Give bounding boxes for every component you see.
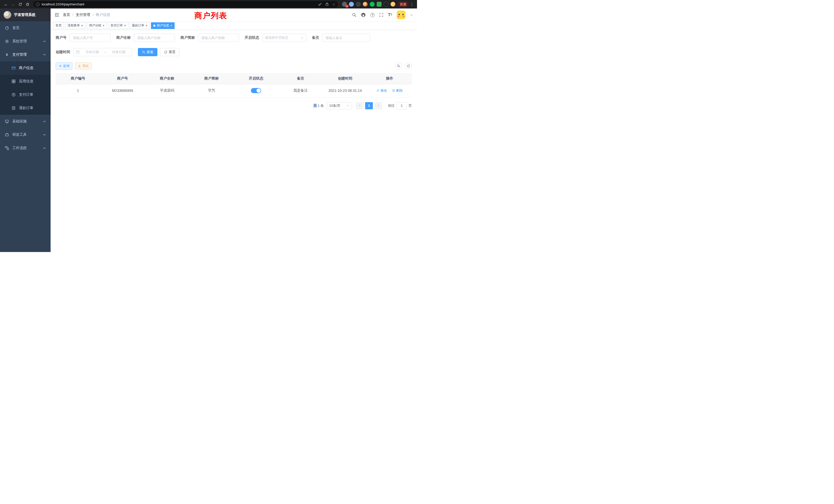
next-page-button[interactable] — [374, 102, 382, 109]
cell-actions: 修改 删除 — [368, 84, 412, 97]
app-shell: 芋道管理系统 首页 系统管理 ¥ 支付管理 — [0, 8, 417, 252]
address-bar[interactable]: i localhost:1024/pay/merchant ☆ — [34, 1, 338, 7]
toggle-search-button[interactable] — [395, 62, 402, 70]
chevron-down-icon — [43, 120, 46, 123]
workflow-icon — [5, 146, 9, 150]
breadcrumb-section[interactable]: 支付管理 — [76, 13, 90, 17]
sidebar-logo[interactable]: 芋道管理系统 — [0, 8, 50, 21]
cell-full-name: 芋道源码 — [145, 84, 189, 97]
sidebar-collapse-icon[interactable] — [55, 13, 59, 17]
extension-icon-green-square[interactable] — [377, 2, 381, 7]
short-name-input[interactable] — [198, 33, 239, 42]
export-button[interactable]: 导出 — [75, 62, 92, 70]
filter-full-name: 商户全称 — [116, 33, 175, 42]
sidebar-item-label: 支付管理 — [12, 52, 27, 57]
sidebar-item-label: 首页 — [12, 26, 20, 30]
full-name-input[interactable] — [134, 33, 175, 42]
close-icon[interactable]: × — [81, 24, 83, 27]
page-number-1[interactable]: 1 — [365, 102, 373, 109]
sidebar-item-label: 支付订单 — [19, 92, 34, 97]
browser-home-icon[interactable] — [24, 1, 31, 8]
browser-refresh-icon[interactable] — [17, 1, 24, 8]
close-icon[interactable]: × — [124, 24, 126, 27]
goto-label: 前往 — [388, 104, 395, 108]
fullscreen-icon[interactable] — [379, 13, 383, 17]
browser-menu-icon[interactable]: ⋮ — [409, 2, 414, 7]
user-menu-caret-icon[interactable] — [410, 14, 413, 17]
date-range-picker[interactable]: 开始日期 - 结束日期 — [73, 48, 132, 56]
breadcrumb-separator: / — [92, 13, 93, 17]
extension-icon-dark[interactable] — [356, 2, 361, 7]
github-icon[interactable] — [361, 13, 366, 17]
close-icon[interactable]: × — [146, 24, 148, 27]
extension-icon-wechat[interactable] — [370, 2, 375, 7]
refresh-table-button[interactable] — [405, 62, 412, 70]
breadcrumb-separator: / — [72, 13, 73, 17]
filter-label: 备注 — [312, 36, 319, 40]
sidebar-item-home[interactable]: 首页 — [0, 21, 50, 35]
sidebar-item-label: 工作流程 — [12, 146, 27, 151]
tab-home[interactable]: 首页 — [53, 22, 64, 29]
delete-link[interactable]: 删除 — [392, 88, 403, 93]
merchant-no-input[interactable] — [70, 33, 111, 42]
column-header: 商户全称 — [145, 73, 189, 84]
tab-merchant-info[interactable]: 商户信息 × — [151, 22, 175, 29]
sidebar-item-refund-order[interactable]: 退款订单 — [0, 101, 50, 115]
yen-icon: ¥ — [5, 53, 9, 57]
refund-doc-icon — [11, 106, 16, 110]
user-avatar[interactable] — [397, 10, 405, 19]
page-size-select[interactable]: 10条/页 — [327, 102, 352, 109]
sidebar-item-app-info[interactable]: 应用信息 — [0, 75, 50, 88]
tab-pay-order[interactable]: 支付订单 × — [108, 22, 128, 29]
sidebar-item-dev-tools[interactable]: 研发工具 — [0, 128, 50, 141]
share-icon[interactable] — [325, 2, 329, 6]
close-icon[interactable]: × — [103, 24, 105, 27]
trash-icon — [392, 89, 395, 92]
column-header: 商户号 — [100, 73, 145, 84]
sidebar-item-pay-order[interactable]: 支付订单 — [0, 88, 50, 101]
sidebar-item-label: 退款订单 — [19, 106, 34, 110]
breadcrumb-home[interactable]: 首页 — [63, 13, 70, 17]
sidebar-item-infra[interactable]: 基础设施 — [0, 115, 50, 128]
prev-page-button[interactable] — [356, 102, 364, 109]
extension-icon-blue[interactable] — [349, 2, 354, 7]
bookmark-star-icon[interactable]: ☆ — [332, 2, 335, 6]
help-icon[interactable]: ? — [370, 13, 375, 17]
tab-user-group[interactable]: 用户分组 × — [87, 22, 107, 29]
search-icon[interactable] — [352, 13, 356, 17]
sidebar-item-payment[interactable]: ¥ 支付管理 — [0, 48, 50, 61]
status-select[interactable]: 请选择开启状态 — [262, 33, 306, 42]
password-key-icon[interactable] — [318, 2, 322, 6]
close-icon[interactable]: × — [170, 24, 172, 27]
site-info-icon[interactable]: i — [36, 3, 40, 6]
edit-pencil-icon — [376, 89, 379, 92]
browser-forward-icon[interactable]: → — [10, 1, 17, 8]
extensions-puzzle-icon[interactable]: 10 — [342, 2, 347, 7]
browser-back-icon[interactable]: ← — [3, 1, 9, 8]
add-button[interactable]: 新增 — [56, 62, 72, 70]
edit-link[interactable]: 修改 — [376, 88, 387, 93]
extension-icon-avatar[interactable] — [363, 2, 368, 7]
tab-refund-order[interactable]: 退款订单 × — [130, 22, 150, 29]
tab-process-form[interactable]: 流程表单 × — [65, 22, 86, 29]
search-icon — [397, 64, 400, 68]
extension-icon-emoji-avatar[interactable] — [391, 2, 395, 7]
goto-page-input[interactable] — [396, 102, 407, 109]
remark-input[interactable] — [322, 33, 370, 42]
font-size-icon[interactable]: TT — [388, 13, 392, 17]
sidebar-item-merchant-info[interactable]: 商户信息 — [0, 61, 50, 75]
extension-icon-pinwheel[interactable] — [383, 2, 389, 7]
status-toggle[interactable] — [251, 88, 261, 93]
refresh-icon — [164, 50, 168, 54]
sidebar-item-workflow[interactable]: 工作流程 — [0, 141, 50, 155]
sidebar-item-label: 系统管理 — [12, 39, 27, 44]
pagination: 共 1 条 10条/页 1 前往 页 — [56, 102, 412, 109]
merchant-table: 商户编号 商户号 商户全称 商户简称 开启状态 备注 创建时间 操作 1 M23… — [56, 73, 412, 97]
search-button[interactable]: 搜索 — [138, 48, 157, 56]
calendar-icon — [76, 50, 80, 54]
pagination-goto: 前往 页 — [388, 102, 412, 109]
browser-update-button[interactable]: 更新 — [397, 1, 409, 7]
reset-button[interactable]: 重置 — [160, 48, 179, 56]
sidebar-item-system[interactable]: 系统管理 — [0, 35, 50, 48]
dashboard-icon — [5, 26, 9, 30]
